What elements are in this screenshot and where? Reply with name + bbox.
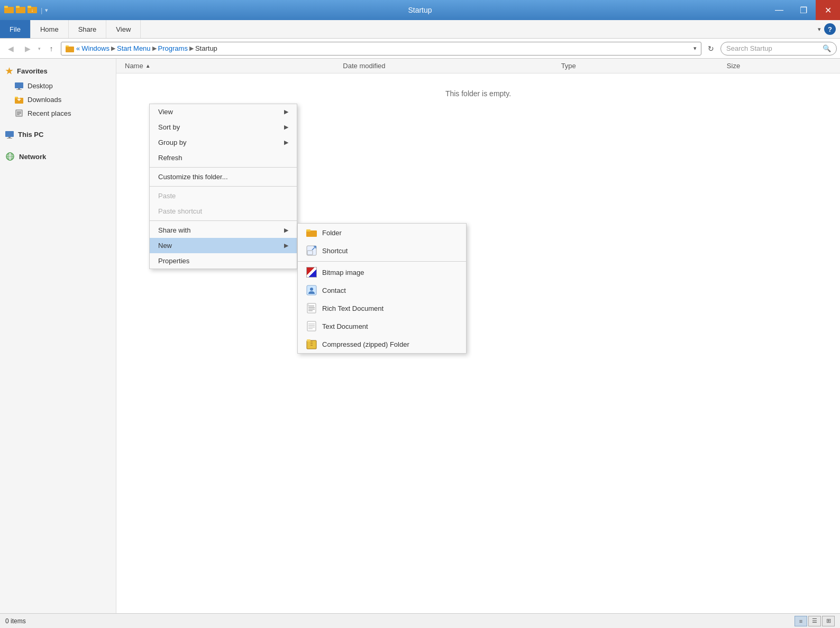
svg-rect-10 — [18, 88, 20, 89]
col-header-date[interactable]: Date modified — [339, 62, 556, 70]
svg-rect-1 — [4, 6, 8, 8]
sub-text[interactable]: Text Document — [298, 317, 466, 335]
context-menu: View ▶ Sort by ▶ Group by ▶ Refresh Cust… — [149, 104, 297, 269]
ctx-refresh-label: Refresh — [158, 154, 288, 162]
ctx-share-with[interactable]: Share with ▶ — [150, 223, 297, 238]
sub-zip-label: Compressed (zipped) Folder — [322, 340, 409, 348]
sub-shortcut-label: Shortcut — [322, 247, 348, 255]
ctx-sort-label: Sort by — [158, 123, 284, 131]
forward-button[interactable]: ▶ — [20, 41, 35, 56]
sub-shortcut-icon — [306, 245, 317, 256]
col-header-name[interactable]: Name ▲ — [121, 62, 339, 70]
sidebar-sep1 — [0, 120, 116, 127]
title-bar-icons: ↓ | ▾ — [4, 5, 48, 16]
view-list-button[interactable]: ☰ — [808, 616, 821, 626]
ctx-sep1 — [150, 167, 297, 168]
back-button[interactable]: ◀ — [3, 41, 18, 56]
view-buttons: ≡ ☰ ⊞ — [795, 616, 835, 626]
sub-text-icon — [306, 321, 317, 331]
ctx-group-by[interactable]: Group by ▶ — [150, 135, 297, 150]
nav-dropdown-icon[interactable]: ▾ — [38, 46, 41, 51]
tab-file[interactable]: File — [0, 20, 31, 38]
svg-rect-13 — [15, 97, 18, 98]
sidebar-section-thispc[interactable]: This PC — [0, 127, 116, 142]
titlebar-separator-icon: | — [41, 6, 42, 14]
sort-asc-icon: ▲ — [145, 63, 151, 69]
sub-rtf[interactable]: Rich Text Document — [298, 299, 466, 317]
ctx-new[interactable]: New ▶ — [150, 238, 297, 253]
item-count: 0 items — [5, 617, 26, 625]
ctx-properties[interactable]: Properties — [150, 253, 297, 269]
close-button[interactable]: ✕ — [816, 0, 840, 20]
search-box[interactable]: Search Startup 🔍 — [720, 42, 837, 56]
ctx-sort-arrow: ▶ — [284, 124, 288, 131]
breadcrumb-sep3: ▶ — [189, 45, 194, 52]
view-large-button[interactable]: ⊞ — [822, 616, 835, 626]
thispc-label: This PC — [18, 131, 43, 138]
ctx-view-arrow: ▶ — [284, 108, 288, 115]
breadcrumb-windows[interactable]: Windows — [81, 44, 109, 52]
folder-icon — [66, 45, 74, 52]
minimize-button[interactable]: — — [767, 0, 791, 20]
ribbon-collapse-icon[interactable]: ▾ — [818, 26, 821, 33]
breadcrumb-startup[interactable]: Startup — [195, 44, 217, 52]
ctx-customize[interactable]: Customize this folder... — [150, 169, 297, 184]
breadcrumb-sep2: ▶ — [152, 45, 157, 52]
sub-bitmap-label: Bitmap image — [322, 269, 364, 276]
ctx-share-arrow: ▶ — [284, 227, 288, 234]
svg-rect-28 — [306, 229, 311, 232]
sub-shortcut[interactable]: Shortcut — [298, 242, 466, 260]
search-icon: 🔍 — [823, 44, 831, 52]
sidebar-item-downloads[interactable]: Downloads — [0, 93, 116, 106]
sub-folder-label: Folder — [322, 229, 342, 237]
column-headers: Name ▲ Date modified Type Size — [116, 59, 840, 73]
ctx-new-arrow: ▶ — [284, 242, 288, 249]
network-icon — [5, 152, 15, 161]
col-header-size[interactable]: Size — [723, 62, 836, 70]
address-dropdown-icon[interactable]: ▾ — [693, 45, 697, 52]
view-details-button[interactable]: ≡ — [795, 616, 807, 626]
help-button[interactable]: ? — [824, 23, 836, 35]
tab-view[interactable]: View — [106, 20, 141, 38]
breadcrumb-programs[interactable]: Programs — [158, 44, 188, 52]
svg-rect-16 — [17, 112, 21, 113]
favorites-label: Favorites — [17, 67, 48, 75]
ctx-sort-by[interactable]: Sort by ▶ — [150, 119, 297, 135]
ctx-view[interactable]: View ▶ — [150, 104, 297, 119]
tab-home[interactable]: Home — [31, 20, 69, 38]
ribbon-tabs: File Home Share View ▾ ? — [0, 20, 840, 38]
sub-contact[interactable]: Contact — [298, 281, 466, 299]
svg-rect-41 — [308, 325, 315, 326]
desktop-label: Desktop — [28, 82, 53, 90]
svg-rect-40 — [308, 324, 315, 325]
breadcrumb-sep1: ▶ — [111, 45, 115, 52]
address-box[interactable]: « Windows ▶ Start Menu ▶ Programs ▶ Star… — [61, 42, 701, 56]
ctx-share-label: Share with — [158, 226, 284, 234]
svg-rect-36 — [308, 307, 315, 308]
sub-bitmap[interactable]: Bitmap image — [298, 263, 466, 281]
thispc-icon — [5, 131, 14, 138]
col-header-type[interactable]: Type — [557, 62, 723, 70]
svg-rect-8 — [66, 45, 69, 47]
sub-bitmap-icon — [306, 267, 317, 278]
titlebar-down-icon: ▾ — [45, 7, 48, 14]
refresh-button[interactable]: ↻ — [704, 41, 718, 56]
sidebar-item-recent[interactable]: Recent places — [0, 106, 116, 120]
sub-folder[interactable]: Folder — [298, 224, 466, 242]
sidebar-section-favorites[interactable]: ★ Favorites — [0, 63, 116, 79]
svg-rect-46 — [311, 340, 313, 341]
ctx-refresh[interactable]: Refresh — [150, 150, 297, 165]
sidebar-section-network[interactable]: Network — [0, 149, 116, 164]
sidebar-item-desktop[interactable]: Desktop — [0, 79, 116, 93]
desktop-icon — [15, 82, 23, 90]
titlebar-folder3-icon: ↓ — [28, 5, 37, 16]
svg-rect-17 — [17, 113, 21, 114]
tab-share[interactable]: Share — [69, 20, 107, 38]
sub-text-label: Text Document — [322, 322, 368, 330]
breadcrumb-startmenu[interactable]: Start Menu — [117, 44, 151, 52]
network-label: Network — [19, 153, 46, 161]
sub-zip[interactable]: Compressed (zipped) Folder — [298, 335, 466, 353]
svg-rect-38 — [308, 310, 313, 311]
up-button[interactable]: ↑ — [44, 41, 59, 56]
restore-button[interactable]: ❐ — [791, 0, 816, 20]
